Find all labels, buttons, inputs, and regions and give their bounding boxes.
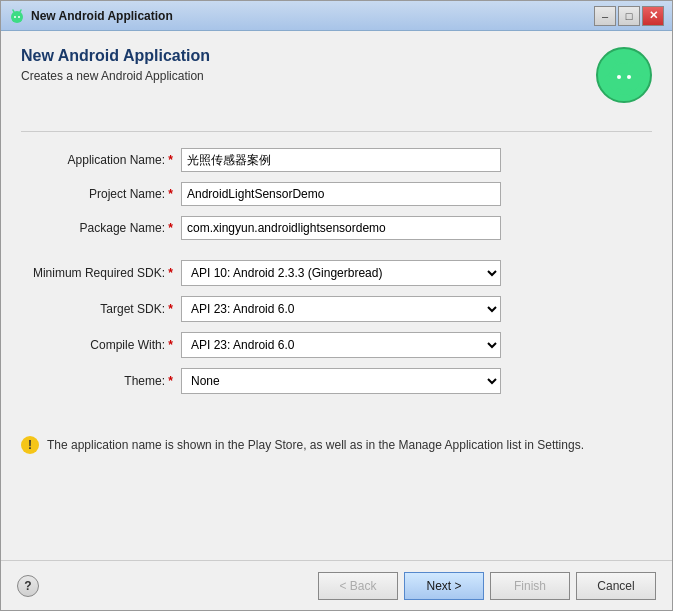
minimize-button[interactable]: – <box>594 6 616 26</box>
page-title: New Android Application <box>21 47 210 65</box>
window-icon <box>9 8 25 24</box>
svg-point-8 <box>617 75 621 79</box>
target-sdk-select[interactable]: API 21: Android 5.0 (Lollipop) API 22: A… <box>181 296 501 322</box>
cancel-button[interactable]: Cancel <box>576 572 656 600</box>
android-logo <box>596 47 652 103</box>
dialog-content: New Android Application Creates a new An… <box>1 31 672 560</box>
package-name-label: Package Name: * <box>21 221 181 235</box>
package-name-input[interactable] <box>181 216 501 240</box>
hint-icon: ! <box>21 436 39 454</box>
required-marker-6: * <box>168 338 173 352</box>
required-marker-5: * <box>168 302 173 316</box>
header-text-block: New Android Application Creates a new An… <box>21 47 210 83</box>
compile-with-row: Compile With: * API 21: Android 5.0 (Lol… <box>21 332 652 358</box>
target-sdk-label: Target SDK: * <box>21 302 181 316</box>
svg-point-9 <box>627 75 631 79</box>
required-marker-2: * <box>168 187 173 201</box>
theme-label: Theme: * <box>21 374 181 388</box>
next-button[interactable]: Next > <box>404 572 484 600</box>
svg-rect-14 <box>616 88 621 96</box>
svg-line-5 <box>20 10 21 12</box>
target-sdk-row: Target SDK: * API 21: Android 5.0 (Lolli… <box>21 296 652 322</box>
finish-button[interactable]: Finish <box>490 572 570 600</box>
hint-section: ! The application name is shown in the P… <box>21 426 652 464</box>
window-controls: – □ ✕ <box>594 6 664 26</box>
min-sdk-label: Minimum Required SDK: * <box>21 266 181 280</box>
application-name-label: Application Name: * <box>21 153 181 167</box>
main-window: New Android Application – □ ✕ New Androi… <box>0 0 673 611</box>
help-button[interactable]: ? <box>17 575 39 597</box>
back-button[interactable]: < Back <box>318 572 398 600</box>
title-bar: New Android Application – □ ✕ <box>1 1 672 31</box>
application-name-row: Application Name: * <box>21 148 652 172</box>
compile-with-label: Compile With: * <box>21 338 181 352</box>
footer-buttons: < Back Next > Finish Cancel <box>318 572 656 600</box>
svg-rect-7 <box>610 75 638 89</box>
close-button[interactable]: ✕ <box>642 6 664 26</box>
theme-row: Theme: * None Holo Light Holo Dark AppCo… <box>21 368 652 394</box>
application-name-input[interactable] <box>181 148 501 172</box>
maximize-button[interactable]: □ <box>618 6 640 26</box>
page-header: New Android Application Creates a new An… <box>21 47 652 103</box>
svg-rect-13 <box>638 75 643 85</box>
project-name-label: Project Name: * <box>21 187 181 201</box>
package-name-row: Package Name: * <box>21 216 652 240</box>
min-sdk-select[interactable]: API 10: Android 2.3.3 (Gingerbread) API … <box>181 260 501 286</box>
header-separator <box>21 131 652 132</box>
form-section: Application Name: * Project Name: * Pack… <box>21 148 652 404</box>
window-title: New Android Application <box>31 9 594 23</box>
svg-rect-12 <box>605 75 610 85</box>
svg-line-11 <box>630 60 634 65</box>
svg-point-2 <box>14 16 16 18</box>
required-marker: * <box>168 153 173 167</box>
required-marker-3: * <box>168 221 173 235</box>
hint-text: The application name is shown in the Pla… <box>47 436 584 454</box>
svg-point-3 <box>18 16 20 18</box>
svg-line-4 <box>13 10 14 12</box>
svg-line-10 <box>614 60 618 65</box>
dialog-footer: ? < Back Next > Finish Cancel <box>1 560 672 610</box>
theme-select[interactable]: None Holo Light Holo Dark AppCompat <box>181 368 501 394</box>
project-name-input[interactable] <box>181 182 501 206</box>
required-marker-4: * <box>168 266 173 280</box>
required-marker-7: * <box>168 374 173 388</box>
min-sdk-row: Minimum Required SDK: * API 10: Android … <box>21 260 652 286</box>
compile-with-select[interactable]: API 21: Android 5.0 (Lollipop) API 22: A… <box>181 332 501 358</box>
project-name-row: Project Name: * <box>21 182 652 206</box>
svg-rect-1 <box>12 15 22 21</box>
svg-rect-15 <box>627 88 632 96</box>
page-subtitle: Creates a new Android Application <box>21 69 210 83</box>
